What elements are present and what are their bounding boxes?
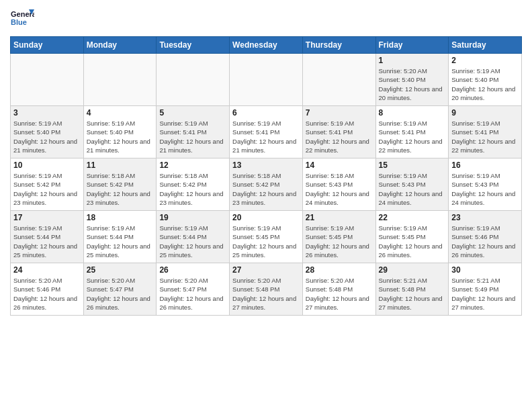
day-number: 13: [232, 161, 300, 170]
weekday-header: Tuesday: [157, 37, 230, 54]
day-info: Sunrise: 5:19 AM Sunset: 5:43 PM Dayligh…: [451, 171, 519, 207]
calendar-cell: 21Sunrise: 5:19 AM Sunset: 5:45 PM Dayli…: [302, 211, 375, 263]
day-info: Sunrise: 5:18 AM Sunset: 5:43 PM Dayligh…: [306, 171, 373, 207]
calendar-cell: [11, 54, 84, 106]
day-info: Sunrise: 5:19 AM Sunset: 5:44 PM Dayligh…: [13, 224, 81, 259]
day-info: Sunrise: 5:19 AM Sunset: 5:45 PM Dayligh…: [306, 224, 373, 259]
day-info: Sunrise: 5:19 AM Sunset: 5:41 PM Dayligh…: [232, 119, 300, 154]
day-info: Sunrise: 5:20 AM Sunset: 5:47 PM Dayligh…: [159, 276, 226, 312]
day-number: 18: [87, 213, 154, 222]
calendar-cell: 6Sunrise: 5:19 AM Sunset: 5:41 PM Daylig…: [230, 106, 303, 158]
calendar-week-row: 24Sunrise: 5:20 AM Sunset: 5:46 PM Dayli…: [11, 263, 522, 316]
logo: General Blue: [10, 7, 34, 31]
day-number: 23: [451, 213, 519, 222]
day-number: 3: [13, 108, 81, 118]
day-info: Sunrise: 5:18 AM Sunset: 5:42 PM Dayligh…: [159, 171, 226, 207]
calendar-cell: 24Sunrise: 5:20 AM Sunset: 5:46 PM Dayli…: [11, 263, 84, 316]
calendar-cell: 10Sunrise: 5:19 AM Sunset: 5:42 PM Dayli…: [11, 158, 84, 211]
day-number: 8: [379, 108, 446, 118]
day-number: 5: [159, 108, 226, 118]
calendar-table: SundayMondayTuesdayWednesdayThursdayFrid…: [10, 36, 522, 316]
calendar-cell: 19Sunrise: 5:19 AM Sunset: 5:44 PM Dayli…: [157, 211, 230, 263]
calendar-cell: [230, 54, 303, 106]
day-info: Sunrise: 5:18 AM Sunset: 5:42 PM Dayligh…: [87, 171, 154, 207]
calendar-cell: 30Sunrise: 5:21 AM Sunset: 5:49 PM Dayli…: [449, 263, 522, 316]
calendar-cell: 7Sunrise: 5:19 AM Sunset: 5:41 PM Daylig…: [302, 106, 375, 158]
day-info: Sunrise: 5:19 AM Sunset: 5:40 PM Dayligh…: [87, 119, 154, 154]
header-row: General Blue: [10, 7, 522, 31]
calendar-cell: 23Sunrise: 5:19 AM Sunset: 5:46 PM Dayli…: [449, 211, 522, 263]
day-info: Sunrise: 5:19 AM Sunset: 5:44 PM Dayligh…: [87, 224, 154, 259]
day-number: 26: [159, 265, 226, 275]
day-number: 1: [379, 56, 446, 65]
day-info: Sunrise: 5:19 AM Sunset: 5:40 PM Dayligh…: [13, 119, 81, 154]
day-number: 9: [451, 108, 519, 118]
calendar-cell: [157, 54, 230, 106]
day-number: 4: [87, 108, 154, 118]
day-info: Sunrise: 5:20 AM Sunset: 5:40 PM Dayligh…: [379, 66, 446, 102]
day-info: Sunrise: 5:20 AM Sunset: 5:48 PM Dayligh…: [306, 276, 373, 312]
calendar-cell: 2Sunrise: 5:19 AM Sunset: 5:40 PM Daylig…: [449, 54, 522, 106]
calendar-cell: 18Sunrise: 5:19 AM Sunset: 5:44 PM Dayli…: [83, 211, 157, 263]
calendar-cell: [302, 54, 375, 106]
day-info: Sunrise: 5:19 AM Sunset: 5:45 PM Dayligh…: [379, 224, 446, 259]
weekday-header: Thursday: [302, 37, 375, 54]
calendar-week-row: 10Sunrise: 5:19 AM Sunset: 5:42 PM Dayli…: [11, 158, 522, 211]
day-info: Sunrise: 5:19 AM Sunset: 5:41 PM Dayligh…: [159, 119, 226, 154]
calendar-cell: 26Sunrise: 5:20 AM Sunset: 5:47 PM Dayli…: [157, 263, 230, 316]
weekday-header: Wednesday: [230, 37, 303, 54]
day-info: Sunrise: 5:19 AM Sunset: 5:44 PM Dayligh…: [159, 224, 226, 259]
calendar-cell: 12Sunrise: 5:18 AM Sunset: 5:42 PM Dayli…: [157, 158, 230, 211]
calendar-cell: [83, 54, 157, 106]
calendar-cell: 25Sunrise: 5:20 AM Sunset: 5:47 PM Dayli…: [83, 263, 157, 316]
day-info: Sunrise: 5:19 AM Sunset: 5:42 PM Dayligh…: [13, 171, 81, 207]
day-number: 10: [13, 161, 81, 170]
calendar-cell: 15Sunrise: 5:19 AM Sunset: 5:43 PM Dayli…: [375, 158, 449, 211]
calendar-cell: 27Sunrise: 5:20 AM Sunset: 5:48 PM Dayli…: [230, 263, 303, 316]
day-number: 2: [451, 56, 519, 65]
day-info: Sunrise: 5:19 AM Sunset: 5:45 PM Dayligh…: [232, 224, 300, 259]
calendar-container: General Blue SundayMondayTuesdayWednesda…: [0, 0, 532, 322]
day-info: Sunrise: 5:20 AM Sunset: 5:47 PM Dayligh…: [87, 276, 154, 312]
calendar-cell: 5Sunrise: 5:19 AM Sunset: 5:41 PM Daylig…: [157, 106, 230, 158]
day-number: 29: [379, 265, 446, 275]
day-info: Sunrise: 5:20 AM Sunset: 5:48 PM Dayligh…: [232, 276, 300, 312]
calendar-cell: 8Sunrise: 5:19 AM Sunset: 5:41 PM Daylig…: [375, 106, 449, 158]
day-info: Sunrise: 5:19 AM Sunset: 5:40 PM Dayligh…: [451, 66, 519, 102]
weekday-header: Sunday: [11, 37, 84, 54]
calendar-cell: 20Sunrise: 5:19 AM Sunset: 5:45 PM Dayli…: [230, 211, 303, 263]
day-number: 28: [306, 265, 373, 275]
calendar-cell: 9Sunrise: 5:19 AM Sunset: 5:41 PM Daylig…: [449, 106, 522, 158]
calendar-cell: 11Sunrise: 5:18 AM Sunset: 5:42 PM Dayli…: [83, 158, 157, 211]
day-info: Sunrise: 5:19 AM Sunset: 5:43 PM Dayligh…: [379, 171, 446, 207]
calendar-week-row: 17Sunrise: 5:19 AM Sunset: 5:44 PM Dayli…: [11, 211, 522, 263]
day-number: 16: [451, 161, 519, 170]
calendar-week-row: 3Sunrise: 5:19 AM Sunset: 5:40 PM Daylig…: [11, 106, 522, 158]
day-number: 21: [306, 213, 373, 222]
weekday-header: Saturday: [449, 37, 522, 54]
calendar-week-row: 1Sunrise: 5:20 AM Sunset: 5:40 PM Daylig…: [11, 54, 522, 106]
calendar-cell: 14Sunrise: 5:18 AM Sunset: 5:43 PM Dayli…: [302, 158, 375, 211]
svg-text:Blue: Blue: [11, 18, 27, 26]
calendar-cell: 13Sunrise: 5:18 AM Sunset: 5:42 PM Dayli…: [230, 158, 303, 211]
day-number: 24: [13, 265, 81, 275]
day-number: 7: [306, 108, 373, 118]
day-number: 27: [232, 265, 300, 275]
day-number: 22: [379, 213, 446, 222]
day-info: Sunrise: 5:20 AM Sunset: 5:46 PM Dayligh…: [13, 276, 81, 312]
day-number: 12: [159, 161, 226, 170]
day-number: 19: [159, 213, 226, 222]
day-number: 30: [451, 265, 519, 275]
calendar-cell: 29Sunrise: 5:21 AM Sunset: 5:48 PM Dayli…: [375, 263, 449, 316]
header-row-days: SundayMondayTuesdayWednesdayThursdayFrid…: [11, 37, 522, 54]
day-info: Sunrise: 5:19 AM Sunset: 5:41 PM Dayligh…: [451, 119, 519, 154]
calendar-cell: 22Sunrise: 5:19 AM Sunset: 5:45 PM Dayli…: [375, 211, 449, 263]
day-number: 20: [232, 213, 300, 222]
calendar-cell: 3Sunrise: 5:19 AM Sunset: 5:40 PM Daylig…: [11, 106, 84, 158]
day-number: 14: [306, 161, 373, 170]
weekday-header: Monday: [83, 37, 157, 54]
day-info: Sunrise: 5:19 AM Sunset: 5:41 PM Dayligh…: [306, 119, 373, 154]
calendar-cell: 28Sunrise: 5:20 AM Sunset: 5:48 PM Dayli…: [302, 263, 375, 316]
day-number: 15: [379, 161, 446, 170]
calendar-cell: 4Sunrise: 5:19 AM Sunset: 5:40 PM Daylig…: [83, 106, 157, 158]
